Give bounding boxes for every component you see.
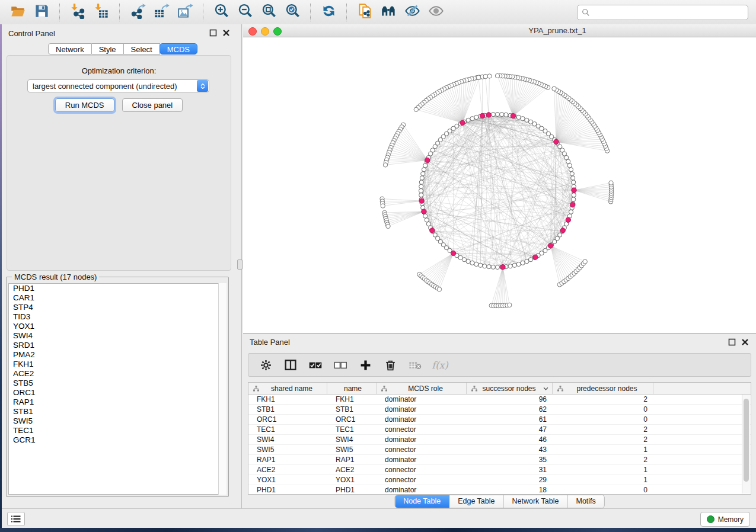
node-table[interactable]: shared namenameMCDS rolesuccessor nodesp… [248,382,751,495]
network-titlebar[interactable]: YPA_prune.txt_1 [243,24,756,37]
cell-MCDS-role[interactable]: connector [377,445,467,454]
cell-name[interactable]: SWI4 [327,435,377,444]
mcds-result-node[interactable]: TID3 [9,312,226,322]
cell-predecessor-nodes[interactable]: 2 [553,455,653,464]
float-panel-icon[interactable] [728,338,736,346]
cell-predecessor-nodes[interactable]: 1 [553,445,653,454]
table-scrollbar[interactable] [742,395,750,493]
tab-edge-table[interactable]: Edge Table [449,495,503,508]
refresh-button[interactable] [317,2,340,23]
column-header-name[interactable]: name [327,383,377,394]
mcds-result-node[interactable]: TEC1 [9,426,226,435]
zoom-out-button[interactable] [233,2,257,23]
cell-name[interactable]: RAP1 [327,455,377,464]
cell-predecessor-nodes[interactable]: 2 [553,435,653,444]
search-box[interactable] [577,5,748,20]
cell-shared-name[interactable]: SWI5 [248,445,327,454]
mcds-result-node[interactable]: ACE2 [9,369,226,379]
cell-name[interactable]: PHD1 [327,485,377,495]
deselect-all-icon[interactable] [334,358,347,371]
cell-shared-name[interactable]: YOX1 [248,475,327,485]
close-panel-icon[interactable] [741,338,749,346]
table-row[interactable]: ACE2ACE2connector311 [248,465,751,475]
clear-table-icon[interactable] [409,358,422,371]
cell-successor-nodes[interactable]: 29 [467,475,553,485]
cell-predecessor-nodes[interactable]: 2 [553,425,653,434]
cell-successor-nodes[interactable]: 47 [467,425,553,434]
cell-MCDS-role[interactable]: dominator [377,435,467,444]
open-session-button[interactable] [6,2,30,23]
mcds-result-node[interactable]: PHD1 [9,284,226,293]
tab-network[interactable]: Network [48,43,92,55]
cell-shared-name[interactable]: FKH1 [248,395,327,404]
close-panel-icon[interactable] [222,29,230,37]
float-panel-icon[interactable] [209,29,217,37]
memory-button[interactable]: Memory [700,512,750,527]
cell-name[interactable]: STB1 [327,405,377,414]
close-panel-button[interactable]: Close panel [122,98,183,112]
mcds-result-node[interactable]: GCR1 [9,435,226,445]
cell-predecessor-nodes[interactable]: 0 [553,485,653,495]
show-columns-icon[interactable] [284,358,297,371]
cell-MCDS-role[interactable]: dominator [377,455,467,464]
column-header-predecessor-nodes[interactable]: predecessor nodes [553,383,653,394]
cell-MCDS-role[interactable]: connector [377,475,467,485]
cell-MCDS-role[interactable]: dominator [377,485,467,495]
minimize-window-icon[interactable] [261,27,269,36]
mcds-result-node[interactable]: YOX1 [9,322,226,331]
export-network-button[interactable] [126,2,149,23]
mcds-result-node[interactable]: STB5 [9,379,226,388]
cell-successor-nodes[interactable]: 61 [467,415,553,424]
table-row[interactable]: SWI5SWI5connector431 [248,445,751,455]
cell-MCDS-role[interactable]: dominator [377,395,467,404]
table-row[interactable]: ORC1ORC1dominator610 [248,415,751,425]
mcds-result-node[interactable]: FKH1 [9,360,226,369]
mcds-result-node[interactable]: RAP1 [9,398,226,407]
optimization-select[interactable]: largest connected component (undirected) [27,79,209,92]
cell-successor-nodes[interactable]: 43 [467,445,553,454]
cell-shared-name[interactable]: PHD1 [248,485,327,495]
cell-MCDS-role[interactable]: dominator [377,405,467,414]
import-table-button[interactable] [90,2,113,23]
scrollbar-thumb[interactable] [744,399,749,482]
maximize-window-icon[interactable] [273,27,282,36]
save-session-button[interactable] [30,2,53,23]
cell-MCDS-role[interactable]: connector [377,425,467,434]
mcds-result-node[interactable]: CAR1 [9,293,226,303]
cell-shared-name[interactable]: ACE2 [248,465,327,475]
cell-successor-nodes[interactable]: 62 [467,405,553,414]
splitter-handle-icon[interactable] [237,259,243,270]
add-row-icon[interactable] [359,358,372,371]
delete-row-icon[interactable] [384,358,397,371]
export-table-button[interactable] [149,2,173,23]
cell-shared-name[interactable]: ORC1 [248,415,327,424]
table-row[interactable]: SWI4SWI4dominator462 [248,435,751,445]
zoom-fit-button[interactable] [257,2,280,23]
export-image-button[interactable] [173,2,197,23]
first-neighbors-button[interactable] [377,2,400,23]
cell-successor-nodes[interactable]: 35 [467,455,553,464]
cell-successor-nodes[interactable]: 96 [467,395,553,404]
tab-network-table[interactable]: Network Table [503,495,567,508]
table-row[interactable]: YOX1YOX1connector291 [248,475,751,485]
mcds-result-node[interactable]: ORC1 [9,388,226,398]
function-builder-icon[interactable]: f(x) [433,358,446,371]
table-row[interactable]: FKH1FKH1dominator962 [248,395,751,405]
search-input[interactable] [593,8,748,17]
mcds-result-list[interactable]: PHD1CAR1STP4TID3YOX1SWI4SRD1PMA2FKH1ACE2… [8,283,227,495]
network-canvas[interactable] [243,37,756,333]
table-row[interactable]: RAP1RAP1dominator352 [248,455,751,465]
cell-name[interactable]: FKH1 [327,395,377,404]
zoom-in-button[interactable] [209,2,233,23]
cell-name[interactable]: YOX1 [327,475,377,485]
table-row[interactable]: STB1STB1dominator620 [248,405,751,415]
cell-successor-nodes[interactable]: 31 [467,465,553,475]
clone-network-button[interactable] [353,2,377,23]
cell-predecessor-nodes[interactable]: 1 [553,465,653,475]
cell-successor-nodes[interactable]: 18 [467,485,553,495]
cell-name[interactable]: ACE2 [327,465,377,475]
run-mcds-button[interactable]: Run MCDS [55,98,114,112]
cell-shared-name[interactable]: RAP1 [248,455,327,464]
cell-predecessor-nodes[interactable]: 2 [553,395,653,404]
mcds-result-node[interactable]: SWI5 [9,416,226,426]
